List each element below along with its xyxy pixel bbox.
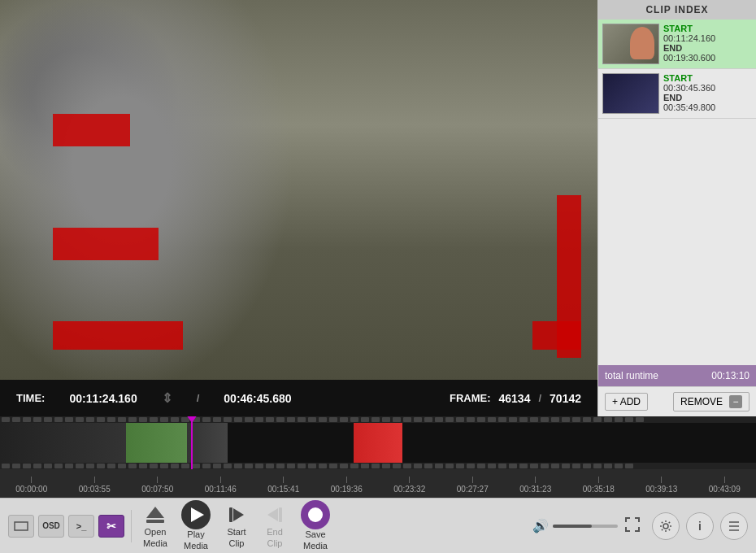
film-perforations-bottom [0, 463, 756, 469]
playlist-button[interactable] [720, 512, 748, 540]
frame-section: FRAME: 46134 / 70142 [450, 392, 581, 405]
playhead-marker [186, 416, 198, 423]
bottom-right-buttons: i [652, 512, 748, 540]
separator-1 [131, 510, 132, 542]
current-time: 00:11:24.160 [69, 392, 137, 405]
remove-label: REMOVE [680, 396, 723, 407]
remove-minus-icon: − [729, 395, 742, 408]
playhead[interactable] [191, 416, 193, 469]
settings-button[interactable] [652, 512, 680, 540]
detection-rect-5 [532, 321, 581, 350]
osd-label: OSD [42, 521, 60, 530]
time-label: TIME: [16, 392, 45, 404]
volume-fill [553, 525, 592, 528]
ruler-marks: 00:00:00 00:03:55 00:07:50 00:11:46 00:1… [0, 469, 756, 498]
top-section: TIME: 00:11:24.160 ⇕ / 00:46:45.680 FRAM… [0, 0, 756, 416]
ruler-mark-2: 00:07:50 [126, 477, 189, 494]
start-clip-icon [224, 503, 249, 527]
ruler-mark-3: 00:11:46 [189, 477, 253, 494]
perf-hole [2, 417, 10, 422]
volume-section: 🔊 [532, 517, 640, 535]
clip-info-1: START 00:11:24.160 END 00:19:30.600 [663, 24, 752, 64]
aspect-ratio-button[interactable] [8, 515, 34, 538]
fullscreen-icon[interactable] [625, 517, 640, 535]
record-circle [308, 507, 323, 522]
clip1-end-time: 00:19:30.600 [663, 53, 752, 63]
frame-label: FRAME: [450, 392, 491, 404]
ruler-mark-7: 00:27:27 [441, 477, 505, 494]
playlist-icon [728, 520, 741, 532]
remove-clip-button[interactable]: REMOVE − [673, 392, 749, 411]
total-runtime-label: total runtime [605, 370, 658, 381]
ruler-mark-10: 00:39:13 [630, 477, 693, 494]
play-media-label: PlayMedia [184, 529, 208, 551]
volume-icon[interactable]: 🔊 [532, 518, 549, 533]
total-runtime-value: 00:13:10 [711, 370, 749, 381]
info-button[interactable]: i [686, 512, 714, 540]
add-remove-bar: + ADD REMOVE − [598, 386, 756, 416]
timeline-section: 00:00:00 00:03:55 00:07:50 00:11:46 00:1… [0, 416, 756, 498]
volume-slider[interactable] [553, 525, 618, 528]
film-block-dark2 [187, 423, 228, 463]
start-clip-button[interactable]: StartClip [219, 499, 254, 551]
end-clip-button[interactable]: EndClip [258, 499, 292, 551]
runtime-bar: total runtime 00:13:10 [598, 365, 756, 386]
current-frame: 46134 [499, 392, 531, 405]
clip2-end-label: END [663, 93, 752, 102]
ruler-mark-4: 00:15:41 [252, 477, 315, 494]
film-block-red [354, 423, 402, 463]
sidebar-spacer [598, 119, 756, 365]
film-perforations-top [0, 416, 756, 423]
detection-rect-3 [53, 321, 183, 350]
clip-index: CLIP INDEX START 00:11:24.160 END 00:19:… [597, 0, 756, 416]
clip-item-2[interactable]: START 00:30:45.360 END 00:35:49.800 [598, 69, 756, 119]
cut-icon: ✂ [106, 520, 116, 533]
ruler-mark-11: 00:43:09 [693, 477, 757, 494]
clip-info-2: START 00:30:45.360 END 00:35:49.800 [663, 73, 752, 114]
save-media-button[interactable]: SaveMedia [296, 497, 335, 553]
play-media-button[interactable]: PlayMedia [176, 497, 215, 553]
console-button[interactable]: >_ [68, 515, 94, 538]
ruler-mark-9: 00:35:18 [567, 477, 631, 494]
cut-button[interactable]: ✂ [98, 515, 124, 538]
clip-item-1[interactable]: START 00:11:24.160 END 00:19:30.600 [598, 20, 756, 69]
osd-button[interactable]: OSD [38, 515, 64, 538]
end-clip-label: EndClip [267, 527, 283, 548]
ruler-mark-5: 00:19:36 [315, 477, 379, 494]
total-time: 00:46:45.680 [224, 392, 291, 405]
record-icon [301, 500, 330, 529]
clip1-start-time: 00:11:24.160 [663, 33, 752, 43]
aspect-ratio-icon [14, 521, 28, 531]
save-media-label: SaveMedia [303, 529, 328, 551]
clip-index-header: CLIP INDEX [598, 0, 756, 20]
film-block-green [126, 423, 187, 463]
controls-bar: OSD >_ ✂ OpenMedia PlayMedia [0, 498, 756, 553]
clip-thumb-1 [602, 24, 659, 64]
clip-thumb-2 [602, 73, 659, 114]
ruler-mark-8: 00:31:23 [504, 477, 567, 494]
main-container: TIME: 00:11:24.160 ⇕ / 00:46:45.680 FRAM… [0, 0, 756, 553]
clip1-end-label: END [663, 43, 752, 53]
add-clip-button[interactable]: + ADD [605, 393, 648, 411]
separator: / [197, 392, 200, 404]
clip2-start-label: START [663, 73, 752, 83]
svg-rect-0 [15, 522, 28, 530]
video-content [0, 0, 597, 416]
up-down-arrows: ⇕ [162, 390, 172, 406]
end-clip-icon [263, 503, 287, 527]
start-clip-label: StartClip [227, 527, 245, 548]
video-area: TIME: 00:11:24.160 ⇕ / 00:46:45.680 FRAM… [0, 0, 597, 416]
open-media-button[interactable]: OpenMedia [138, 499, 172, 551]
svg-point-1 [663, 524, 668, 529]
timeline-ruler: 00:00:00 00:03:55 00:07:50 00:11:46 00:1… [0, 469, 756, 498]
eject-icon [143, 503, 167, 527]
ruler-mark-1: 00:03:55 [63, 477, 127, 494]
film-block-dark1 [0, 423, 126, 463]
clip2-end-time: 00:35:49.800 [663, 102, 752, 112]
total-frames: 70142 [550, 392, 581, 405]
gear-icon [659, 520, 672, 533]
detection-rect-1 [53, 114, 130, 146]
film-strip [0, 416, 756, 469]
time-bar: TIME: 00:11:24.160 ⇕ / 00:46:45.680 FRAM… [0, 380, 597, 416]
ruler-mark-6: 00:23:32 [378, 477, 441, 494]
